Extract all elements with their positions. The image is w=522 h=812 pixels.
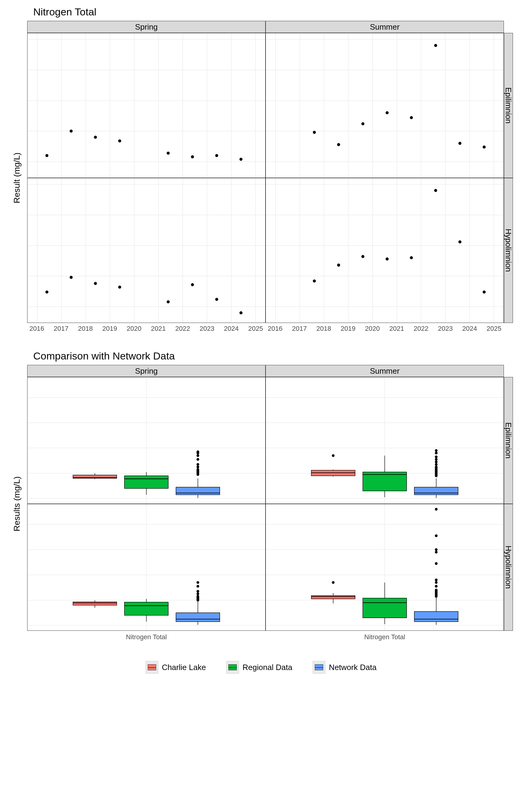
facet-col-summer: Summer (265, 21, 504, 33)
svg-point-225 (435, 585, 438, 588)
svg-point-195 (197, 595, 199, 598)
svg-point-133 (197, 454, 199, 457)
svg-point-77 (215, 298, 218, 301)
svg-point-164 (435, 461, 438, 463)
svg-point-146 (332, 454, 335, 457)
svg-point-71 (45, 290, 48, 293)
svg-point-167 (435, 452, 438, 454)
svg-point-97 (386, 257, 389, 260)
panel-spring-hypo: 0.751.001.251.501.75 (27, 178, 265, 323)
svg-point-168 (435, 449, 438, 452)
legend-network: Network Data (313, 661, 377, 674)
svg-point-74 (118, 286, 121, 289)
svg-point-76 (191, 283, 194, 286)
box-panel-spring-epi: 01234 (27, 377, 265, 504)
svg-point-131 (197, 463, 199, 466)
svg-point-75 (167, 300, 170, 303)
svg-rect-153 (415, 487, 458, 495)
svg-point-162 (435, 466, 438, 468)
svg-point-24 (167, 151, 170, 155)
svg-point-135 (197, 450, 199, 453)
box-title: Comparison with Network Data (9, 350, 513, 362)
svg-point-231 (435, 534, 438, 537)
svg-point-224 (435, 589, 438, 591)
scatter-chart-block: Nitrogen Total Spring Summer Result (mg/… (0, 0, 522, 344)
svg-point-96 (361, 255, 364, 258)
svg-point-100 (458, 241, 461, 243)
svg-point-197 (197, 590, 199, 593)
svg-rect-217 (415, 611, 458, 622)
svg-point-46 (386, 111, 389, 114)
box-panel-spring-hypo: 01234 (27, 504, 265, 631)
svg-point-94 (313, 280, 316, 282)
svg-point-230 (435, 548, 438, 551)
panel-summer-hypo (265, 178, 504, 323)
svg-point-163 (435, 463, 438, 466)
svg-point-229 (435, 551, 438, 553)
facet-row-epi: Epilimnion (504, 33, 513, 178)
svg-point-47 (410, 116, 413, 119)
svg-point-101 (483, 290, 486, 293)
svg-point-20 (45, 154, 48, 157)
svg-point-165 (435, 458, 438, 461)
svg-rect-119 (124, 476, 168, 488)
svg-point-95 (337, 264, 340, 267)
svg-point-196 (197, 592, 199, 595)
svg-point-43 (313, 131, 316, 134)
svg-point-227 (435, 578, 438, 581)
box-facet-grid: Spring Summer Results (mg/L) 01234 Epili… (9, 365, 513, 649)
scatter-facet-grid: Spring Summer Result (mg/L) 0.751.001.25… (9, 21, 513, 341)
legend-label: Charlie Lake (162, 663, 206, 672)
svg-point-45 (361, 122, 364, 125)
svg-rect-149 (363, 472, 407, 491)
svg-point-132 (197, 458, 199, 461)
svg-rect-186 (124, 602, 168, 615)
legend-charlie-lake: Charlie Lake (146, 661, 206, 674)
svg-point-232 (435, 508, 438, 510)
svg-rect-208 (312, 596, 355, 599)
svg-rect-190 (176, 613, 220, 622)
svg-point-99 (434, 189, 437, 192)
svg-rect-182 (73, 602, 117, 605)
svg-point-166 (435, 455, 438, 458)
panel-summer-epi (265, 33, 504, 178)
svg-point-22 (94, 136, 97, 139)
box-chart-block: Comparison with Network Data Spring Summ… (0, 344, 522, 652)
legend: Charlie Lake Regional Data Network Data (0, 652, 522, 686)
svg-point-48 (434, 44, 437, 47)
svg-point-72 (70, 276, 73, 279)
svg-point-25 (191, 155, 194, 158)
legend-regional: Regional Data (226, 661, 293, 674)
box-x-labels: Nitrogen Total Nitrogen Total (27, 631, 504, 649)
legend-label: Network Data (329, 663, 377, 672)
facet-row-hypo-2: Hypolimnion (504, 504, 513, 631)
scatter-x-labels: 2016201720182019202020212022202320242025… (27, 323, 504, 341)
svg-rect-123 (176, 487, 220, 495)
svg-point-23 (118, 139, 121, 142)
svg-point-50 (483, 146, 486, 149)
svg-point-27 (240, 158, 243, 161)
svg-point-130 (197, 466, 199, 468)
facet-col-summer-2: Summer (265, 365, 504, 377)
svg-point-78 (240, 311, 243, 314)
scatter-y-label: Result (mg/L) (9, 33, 27, 323)
svg-point-198 (197, 585, 199, 588)
svg-point-26 (215, 154, 218, 157)
facet-col-spring-2: Spring (27, 365, 265, 377)
scatter-title: Nitrogen Total (9, 6, 513, 18)
svg-point-98 (410, 256, 413, 259)
svg-rect-213 (363, 598, 407, 618)
facet-row-hypo: Hypolimnion (504, 178, 513, 323)
svg-point-73 (94, 282, 97, 285)
panel-spring-epi: 0.751.001.251.501.75 (27, 33, 265, 178)
facet-row-epi-2: Epilimnion (504, 377, 513, 504)
svg-point-228 (435, 562, 438, 565)
svg-point-129 (197, 468, 199, 471)
svg-point-210 (332, 581, 335, 584)
facet-col-spring: Spring (27, 21, 265, 33)
legend-label: Regional Data (243, 663, 293, 672)
svg-point-21 (70, 129, 73, 133)
svg-point-199 (197, 581, 199, 584)
box-y-label: Results (mg/L) (9, 377, 27, 631)
svg-point-49 (458, 142, 461, 145)
